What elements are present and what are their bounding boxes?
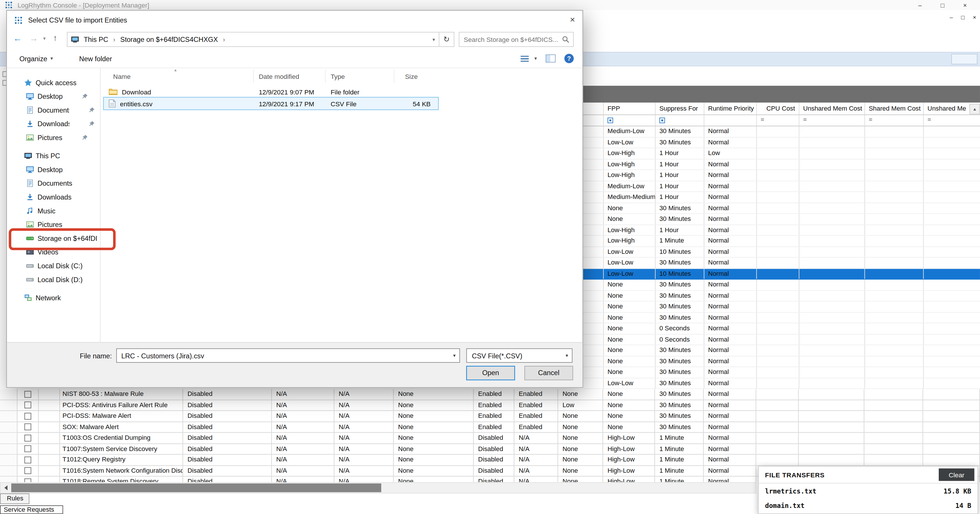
- view-mode-button[interactable]: ▾: [520, 56, 537, 62]
- grid-row[interactable]: Medium-Medium1 HourNormal: [583, 192, 980, 203]
- column-header-type[interactable]: Type: [326, 69, 394, 83]
- sidebar-section-network[interactable]: Network: [7, 291, 100, 305]
- scroll-up-button[interactable]: ▴: [969, 104, 980, 115]
- grid-row[interactable]: Low-High1 MinuteNormal: [583, 236, 980, 247]
- scrollbar-thumb[interactable]: [11, 484, 381, 492]
- grid-row[interactable]: None30 MinutesNormal: [583, 367, 980, 378]
- rule-row-pci-dss-malware-alert[interactable]: PCI-DSS: Malware AlertDisabledN/AN/ANone…: [0, 411, 980, 422]
- sidebar-item-pictures[interactable]: Pictures: [7, 131, 100, 145]
- restore-icon[interactable]: □: [931, 0, 954, 10]
- close-icon[interactable]: ×: [954, 0, 976, 10]
- grid-row[interactable]: None0 SecondsNormal: [583, 334, 980, 345]
- grid-row[interactable]: Low-Low30 MinutesNormal: [583, 378, 980, 389]
- forward-button[interactable]: →: [29, 33, 38, 43]
- new-folder-button[interactable]: New folder: [79, 55, 112, 62]
- row-checkbox[interactable]: [24, 424, 31, 431]
- back-button[interactable]: ←: [13, 33, 22, 43]
- rule-row-t1007-system-service-discovery[interactable]: T1007:System Service DiscoveryDisabledN/…: [0, 444, 980, 455]
- sidebar-item-local-disk-d[interactable]: Local Disk (D:): [7, 273, 100, 286]
- mdi-close-icon[interactable]: ×: [973, 14, 976, 21]
- file-row-download[interactable]: Download12/9/2021 9:07 PMFile folder: [104, 86, 438, 97]
- transfer-row-domain-txt[interactable]: domain.txt14 B: [759, 498, 977, 512]
- file-type-select[interactable]: CSV File(*.CSV) ▾: [466, 348, 573, 363]
- address-bar[interactable]: This PC › Storage on $+64fDICS4CHXGX › ▾: [67, 32, 439, 47]
- grid-row[interactable]: None0 SecondsNormal: [583, 323, 980, 334]
- grid-row[interactable]: Medium-Low1 HourNormal: [583, 181, 980, 192]
- dialog-close-button[interactable]: ×: [562, 11, 582, 29]
- mdi-restore-icon[interactable]: □: [961, 14, 964, 21]
- grid-row[interactable]: Low-High1 HourNormal: [583, 225, 980, 236]
- filter-cell-runtime-priority[interactable]: [704, 115, 756, 126]
- rule-row-sox-malware-alert[interactable]: SOX: Malware AlertDisabledN/AN/ANoneEnab…: [0, 422, 980, 433]
- row-checkbox[interactable]: [24, 467, 31, 474]
- search-box[interactable]: [459, 32, 574, 47]
- sidebar-item-documents[interactable]: Documents: [7, 176, 100, 190]
- row-checkbox[interactable]: [24, 445, 31, 452]
- grid-row[interactable]: Low-Low30 MinutesNormal: [583, 137, 980, 148]
- file-row-entities-csv[interactable]: entities.csv12/9/2021 9:17 PMCSV File54 …: [104, 97, 438, 109]
- refresh-button[interactable]: ↻: [439, 32, 455, 47]
- column-header-fpp[interactable]: FPP: [603, 102, 655, 114]
- grid-row[interactable]: Low-Low30 MinutesNormal: [583, 258, 980, 268]
- recent-locations-dropdown-icon[interactable]: ▾: [43, 35, 46, 41]
- grid-row[interactable]: None30 MinutesNormal: [583, 356, 980, 367]
- dialog-titlebar[interactable]: Select CSV file to import Entities ×: [7, 11, 582, 29]
- grid-row[interactable]: None30 MinutesNormal: [583, 214, 980, 225]
- transfer-row-lrmetrics-txt[interactable]: lrmetrics.txt15.8 KB: [759, 484, 977, 498]
- grid-row[interactable]: Low-High1 HourLow: [583, 148, 980, 159]
- column-header-name[interactable]: Name: [104, 69, 254, 83]
- breadcrumb-storage[interactable]: Storage on $+64fDICS4CHXGX: [120, 35, 218, 43]
- tab-rules[interactable]: Rules: [0, 493, 29, 504]
- sidebar-item-desktop[interactable]: Desktop: [7, 89, 100, 104]
- grid-row[interactable]: None30 MinutesNormal: [583, 291, 980, 302]
- grid-row[interactable]: Low-High1 HourNormal: [583, 170, 980, 181]
- sidebar-section-quick-access[interactable]: Quick access: [7, 76, 100, 89]
- sidebar-section-this-pc[interactable]: This PC: [7, 149, 100, 163]
- column-header-runtime-priority[interactable]: Runtime Priority: [704, 102, 756, 114]
- sidebar-item-documents[interactable]: Documents: [7, 103, 100, 117]
- organize-menu[interactable]: Organize ▾: [19, 55, 53, 62]
- row-checkbox[interactable]: [24, 402, 31, 409]
- filter-cell-fpp[interactable]: [603, 115, 655, 126]
- filter-cell-shared-mem-cost[interactable]: =: [864, 115, 923, 126]
- file-name-input[interactable]: [121, 352, 449, 359]
- grid-row[interactable]: Low-Low10 MinutesNormal: [583, 247, 980, 258]
- file-name-dropdown-icon[interactable]: ▾: [449, 353, 460, 358]
- column-header-cpu-cost[interactable]: CPU Cost: [756, 102, 799, 114]
- rule-row-pci-dss-antivirus-failure-alert-rule[interactable]: PCI-DSS: Antivirus Failure Alert RuleDis…: [0, 400, 980, 411]
- minimize-icon[interactable]: –: [909, 0, 931, 10]
- sidebar-item-downloads[interactable]: Downloads: [7, 190, 100, 204]
- help-button[interactable]: ?: [565, 54, 574, 63]
- sidebar-item-local-disk-c[interactable]: Local Disk (C:): [7, 259, 100, 273]
- filter-cell-unshared-me[interactable]: =: [923, 115, 980, 126]
- open-button[interactable]: Open: [466, 366, 515, 380]
- column-header-size[interactable]: Size: [395, 69, 438, 83]
- row-checkbox[interactable]: [24, 391, 31, 397]
- cancel-button[interactable]: Cancel: [524, 366, 573, 380]
- search-input[interactable]: [464, 35, 562, 43]
- sidebar-item-desktop[interactable]: Desktop: [7, 163, 100, 176]
- tab-service-requests[interactable]: Service Requests: [0, 505, 63, 514]
- column-header-date-modified[interactable]: Date modified: [254, 69, 326, 83]
- sidebar-item-downloads[interactable]: Downloads: [7, 117, 100, 131]
- address-dropdown-icon[interactable]: ▾: [433, 37, 435, 42]
- rule-row-nist-800-53-malware-rule[interactable]: NIST 800-53 : Malware RuleDisabledN/AN/A…: [0, 389, 980, 400]
- sidebar-item-music[interactable]: Music: [7, 204, 100, 218]
- preview-pane-icon[interactable]: [546, 54, 556, 62]
- grid-row[interactable]: None30 MinutesNormal: [583, 313, 980, 323]
- filter-cell-suppress-for[interactable]: [655, 115, 704, 126]
- grid-row[interactable]: None30 MinutesNormal: [583, 203, 980, 214]
- grid-row[interactable]: None30 MinutesNormal: [583, 302, 980, 313]
- row-checkbox[interactable]: [24, 456, 31, 463]
- file-name-combobox[interactable]: ▾: [116, 348, 460, 363]
- breadcrumb-this-pc[interactable]: This PC: [84, 35, 108, 43]
- column-header-unshared-mem-cost[interactable]: Unshared Mem Cost: [799, 102, 864, 114]
- mdi-minimize-icon[interactable]: –: [950, 14, 953, 21]
- grid-row[interactable]: Low-High1 HourNormal: [583, 159, 980, 170]
- row-checkbox[interactable]: [24, 478, 31, 482]
- clear-button[interactable]: Clear: [939, 468, 974, 481]
- grid-row[interactable]: None30 MinutesNormal: [583, 279, 980, 291]
- column-header-suppress-for[interactable]: Suppress For: [655, 102, 704, 114]
- grid-row-selected[interactable]: Low-Low10 MinutesNormal: [583, 268, 980, 279]
- rule-row-t1003-os-credential-dumping[interactable]: T1003:OS Credential DumpingDisabledN/AN/…: [0, 433, 980, 444]
